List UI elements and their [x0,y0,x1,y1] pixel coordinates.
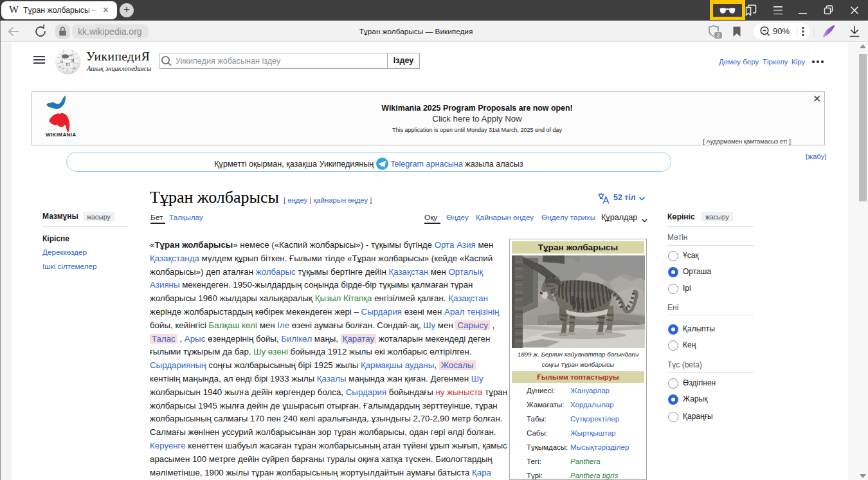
svg-text:И: И [71,59,75,62]
svg-text:ن: ن [73,65,76,69]
svg-text:Ш: Ш [66,62,70,67]
svg-text:W: W [69,53,73,57]
svg-text:2: 2 [716,32,719,39]
svg-text:Φ: Φ [59,65,61,69]
svg-text:Ω: Ω [60,59,63,63]
svg-text:ע: ע [66,68,68,72]
svg-text:90%: 90% [773,26,790,36]
